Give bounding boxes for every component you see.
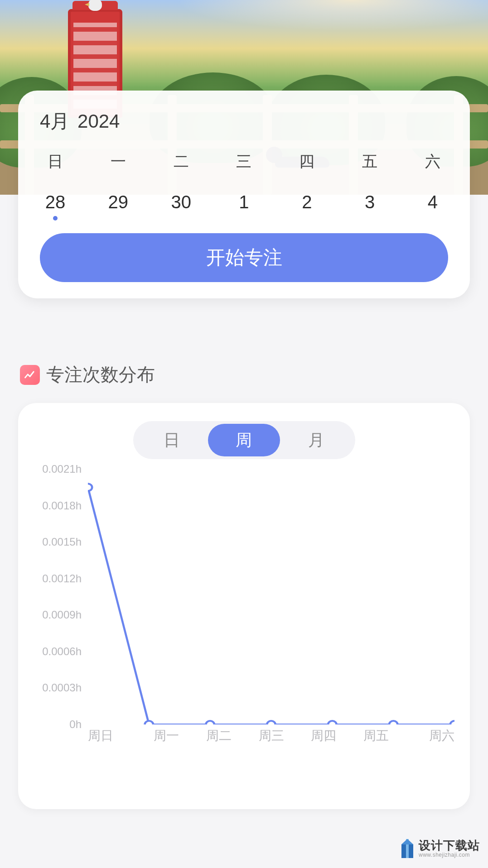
svg-point-3 — [267, 721, 275, 724]
period-segment: 日周月 — [133, 421, 355, 459]
calendar-month-year[interactable]: 4月 2024 — [40, 109, 456, 134]
svg-point-0 — [88, 484, 92, 491]
weekday: 四 — [288, 151, 326, 172]
y-tick-label: 0.0006h — [42, 645, 82, 658]
svg-point-6 — [450, 721, 454, 724]
day-number: 28 — [45, 192, 66, 212]
calendar-card: 4月 2024 日 一 二 三 四 五 六 2829301234 开始专注 — [18, 91, 470, 298]
segment-option[interactable]: 周 — [208, 424, 280, 456]
x-tick-label: 周日 — [88, 727, 140, 750]
y-tick-label: 0.0018h — [42, 499, 82, 512]
x-tick-label: 周二 — [193, 727, 245, 750]
watermark-logo-icon — [400, 838, 415, 859]
day-cell[interactable]: 30 — [162, 192, 200, 212]
day-cell[interactable]: 1 — [225, 192, 263, 212]
year-label: 2024 — [77, 110, 120, 132]
y-tick-label: 0.0021h — [42, 463, 82, 475]
weekday: 一 — [99, 151, 137, 172]
watermark: 设计下载站 www.shejizhaji.com — [400, 838, 480, 859]
watermark-brand: 设计下载站 — [419, 839, 480, 852]
y-tick-label: 0.0003h — [42, 681, 82, 694]
line-chart: 0.0021h0.0018h0.0015h0.0012h0.0009h0.000… — [29, 469, 459, 750]
svg-point-2 — [206, 721, 214, 724]
day-number: 30 — [171, 192, 191, 212]
month-label: 4月 — [40, 110, 69, 132]
weekday-header: 日 一 二 三 四 五 六 — [32, 151, 456, 172]
weekday: 三 — [225, 151, 263, 172]
segment-option[interactable]: 日 — [136, 424, 208, 456]
x-tick-label: 周三 — [245, 727, 298, 750]
start-focus-button[interactable]: 开始专注 — [40, 233, 448, 282]
x-tick-label: 周一 — [140, 727, 193, 750]
weekday: 日 — [36, 151, 74, 172]
weekday: 二 — [162, 151, 200, 172]
day-number: 2 — [302, 192, 312, 212]
y-tick-label: 0.0012h — [42, 572, 82, 585]
day-cell[interactable]: 2 — [288, 192, 326, 212]
x-tick-label: 周六 — [402, 727, 454, 750]
svg-point-5 — [389, 721, 397, 724]
day-cell[interactable]: 4 — [414, 192, 452, 212]
day-number: 29 — [108, 192, 129, 212]
day-number: 4 — [428, 192, 438, 212]
weekday: 六 — [414, 151, 452, 172]
x-tick-label: 周四 — [297, 727, 350, 750]
chart-icon — [20, 365, 40, 385]
y-tick-label: 0.0015h — [42, 536, 82, 548]
section-title-text: 专注次数分布 — [46, 362, 155, 387]
x-axis-labels: 周日周一周二周三周四周五周六 — [88, 727, 454, 750]
bird — [88, 0, 102, 11]
day-number: 1 — [239, 192, 249, 212]
section-header: 专注次数分布 — [20, 362, 155, 387]
day-number: 3 — [365, 192, 375, 212]
x-tick-label: 周五 — [350, 727, 402, 750]
segment-option[interactable]: 月 — [280, 424, 352, 456]
day-cell[interactable]: 3 — [351, 192, 389, 212]
plot-area — [88, 469, 454, 724]
days-row: 2829301234 — [32, 192, 456, 212]
day-cell[interactable]: 28 — [36, 192, 74, 212]
y-tick-label: 0.0009h — [42, 609, 82, 621]
weekday: 五 — [351, 151, 389, 172]
chart-card: 日周月 0.0021h0.0018h0.0015h0.0012h0.0009h0… — [18, 403, 470, 809]
day-cell[interactable]: 29 — [99, 192, 137, 212]
watermark-url: www.shejizhaji.com — [419, 852, 480, 858]
y-tick-label: 0h — [69, 718, 82, 731]
svg-point-1 — [145, 721, 153, 724]
y-axis-labels: 0.0021h0.0018h0.0015h0.0012h0.0009h0.000… — [29, 469, 85, 724]
svg-point-4 — [328, 721, 336, 724]
